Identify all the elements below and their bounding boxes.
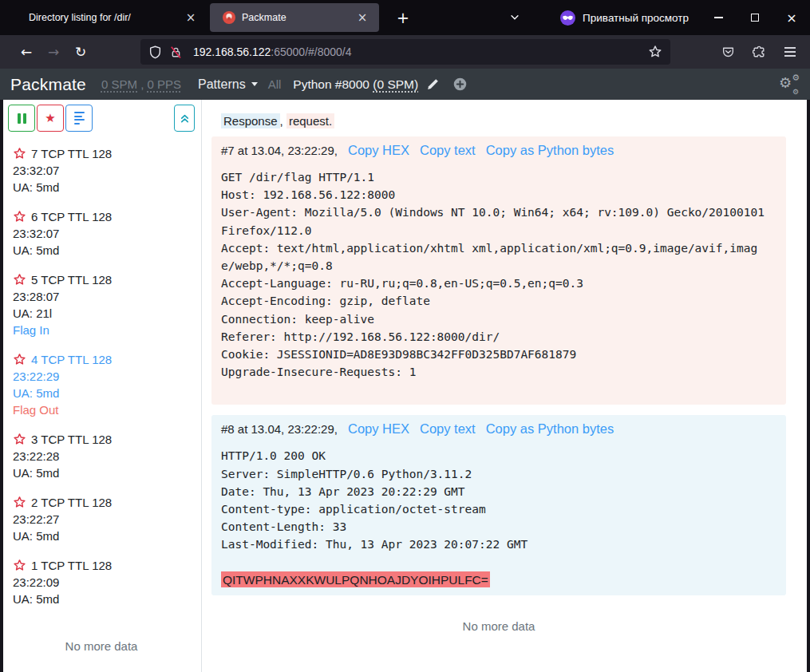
- legend-response: Response: [221, 113, 280, 128]
- tab-title: Packmate: [242, 12, 354, 23]
- http-line: Accept-Encoding: gzip, deflate: [221, 292, 767, 310]
- page-content: ★ 7 TCP TTL 128 23:32:07 UA: 5md 6 TCP T…: [0, 100, 810, 672]
- packet-item-5[interactable]: 5 TCP TTL 128 23:28:07 UA: 21l Flag In: [13, 271, 195, 338]
- copy-text-link[interactable]: Copy text: [420, 421, 476, 437]
- chevron-down-icon: [509, 12, 520, 23]
- match-row: QITWPHNAXXKWULPQNHOAJDYOIHPULFC=: [221, 571, 767, 589]
- packet-item-6[interactable]: 6 TCP TTL 128 23:32:07 UA: 5md: [13, 208, 195, 259]
- packet-item-7[interactable]: 7 TCP TTL 128 23:32:07 UA: 5md: [13, 145, 195, 196]
- packmate-header: Packmate 0 SPM , 0 PPS Patterns All Pyth…: [0, 69, 810, 100]
- request-packet-block: #7 at 13.04, 23:22:29, Copy HEX Copy tex…: [211, 136, 786, 405]
- tab-packmate[interactable]: Packmate ×: [210, 3, 379, 32]
- legend: Response, request.: [221, 114, 786, 128]
- patterns-dropdown[interactable]: Patterns: [198, 77, 258, 92]
- url-bar[interactable]: 192.168.56.122:65000/#/8000/4: [140, 39, 670, 65]
- packet-ua: UA: 5md: [13, 528, 195, 544]
- caret-down-icon: [251, 82, 258, 86]
- star-outline-icon[interactable]: [13, 353, 26, 366]
- service-tab[interactable]: Python #8000 (0 SPM): [293, 77, 418, 92]
- shield-icon[interactable]: [148, 45, 162, 59]
- extensions-button[interactable]: [745, 40, 772, 64]
- packet-title: 1 TCP TTL 128: [31, 557, 112, 574]
- copy-text-link[interactable]: Copy text: [420, 143, 476, 158]
- reload-button[interactable]: ↻: [67, 40, 94, 64]
- http-line: Content-Length: 33: [221, 518, 767, 536]
- traffic-stats: 0 SPM , 0 PPS: [101, 77, 181, 91]
- flag-out-link[interactable]: Flag Out: [13, 401, 195, 418]
- maximize-icon: [751, 14, 759, 22]
- star-outline-icon[interactable]: [13, 496, 26, 509]
- gear-icon-tiny: ⚙: [792, 89, 799, 96]
- url-path: :65000/#/8000/4: [271, 45, 351, 58]
- window-minimize-button[interactable]: [700, 0, 737, 35]
- tab-title: Directory listing for /dir/: [29, 12, 182, 23]
- packet-id: #7 at 13.04, 23:22:29,: [221, 144, 338, 157]
- sidebar-no-more-data: No more data: [8, 639, 195, 653]
- http-request-body: GET /dir/flag HTTP/1.1 Host: 192.168.56.…: [221, 168, 767, 381]
- packet-item-3[interactable]: 3 TCP TTL 128 23:22:28 UA: 5md: [13, 431, 195, 481]
- plus-circle-icon: [453, 77, 467, 91]
- scroll-top-button[interactable]: [174, 105, 195, 132]
- packet-item-4-selected[interactable]: 4 TCP TTL 128 23:22:29 UA: 5md Flag Out: [13, 351, 195, 418]
- window-close-button[interactable]: ×: [773, 0, 810, 35]
- star-outline-icon[interactable]: [13, 273, 26, 287]
- star-outline-icon[interactable]: [13, 210, 26, 223]
- packet-item-1[interactable]: 1 TCP TTL 128 23:22:09 UA: 5md: [13, 557, 195, 607]
- packet-title: 6 TCP TTL 128: [31, 208, 112, 225]
- filter-all[interactable]: All: [268, 77, 282, 91]
- packet-list: 7 TCP TTL 128 23:32:07 UA: 5md 6 TCP TTL…: [8, 145, 195, 620]
- pocket-icon: [721, 45, 735, 59]
- http-line: Referer: http://192.168.56.122:8000/dir/: [221, 328, 767, 346]
- edit-service-button[interactable]: [426, 77, 440, 91]
- packet-ua: UA: 5md: [13, 464, 195, 481]
- star-outline-icon[interactable]: [13, 559, 26, 572]
- http-line: Cookie: JSESSIONID=AD8E93D98BC342FF0D325…: [221, 346, 767, 363]
- pps-stat: 0 PPS: [148, 77, 182, 91]
- packet-ua: UA: 5md: [13, 242, 195, 259]
- url-text: 192.168.56.122:65000/#/8000/4: [193, 45, 648, 58]
- copy-python-link[interactable]: Copy as Python bytes: [486, 421, 614, 437]
- http-line: HTTP/1.0 200 OK: [221, 447, 767, 464]
- service-spm: (0 SPM): [373, 77, 418, 91]
- flag-in-link[interactable]: Flag In: [13, 322, 195, 338]
- packet-ua: UA: 21l: [13, 305, 195, 322]
- pencil-icon: [426, 77, 440, 91]
- insecure-lock-icon[interactable]: [169, 45, 183, 59]
- close-tab-icon[interactable]: ×: [354, 9, 371, 26]
- packet-time: 23:22:27: [13, 511, 195, 528]
- close-tab-icon[interactable]: ×: [182, 9, 200, 26]
- copy-hex-link[interactable]: Copy HEX: [348, 143, 409, 158]
- bookmark-star-icon[interactable]: [648, 45, 662, 59]
- star-outline-icon[interactable]: [13, 433, 26, 446]
- app-brand[interactable]: Packmate: [10, 75, 86, 94]
- add-service-button[interactable]: [453, 77, 467, 91]
- settings-button[interactable]: ⚙ ⚙ ⚙: [779, 75, 800, 94]
- packet-item-2[interactable]: 2 TCP TTL 128 23:22:27 UA: 5md: [13, 494, 195, 544]
- copy-hex-link[interactable]: Copy HEX: [348, 421, 409, 437]
- packet-ua: UA: 5md: [13, 385, 195, 401]
- text-view-button[interactable]: [65, 105, 93, 132]
- tab-directory-listing[interactable]: Directory listing for /dir/ ×: [16, 3, 207, 32]
- private-label: Приватный просмотр: [583, 12, 689, 24]
- back-button[interactable]: ←: [13, 40, 40, 64]
- pause-capture-button[interactable]: [8, 105, 35, 132]
- http-line: Host: 192.168.56.122:8000: [221, 186, 767, 204]
- list-all-tabs-button[interactable]: [501, 6, 528, 30]
- menu-button[interactable]: [776, 40, 804, 64]
- favorites-filter-button[interactable]: ★: [37, 105, 64, 132]
- copy-python-link[interactable]: Copy as Python bytes: [486, 143, 614, 158]
- new-tab-button[interactable]: +: [391, 6, 415, 30]
- star-outline-icon[interactable]: [13, 147, 26, 160]
- window-maximize-button[interactable]: [737, 0, 773, 35]
- http-line: Server: SimpleHTTP/0.6 Python/3.11.2: [221, 465, 767, 483]
- pattern-match-highlight: QITWPHNAXXKWULPQNHOAJDYOIHPULFC=: [221, 571, 490, 587]
- packet-title: 7 TCP TTL 128: [31, 145, 112, 162]
- http-line: Upgrade-Insecure-Requests: 1: [221, 363, 767, 381]
- http-line: Content-type: application/octet-stream: [221, 500, 767, 518]
- pocket-button[interactable]: [714, 40, 741, 64]
- spm-stat: 0 SPM: [101, 77, 137, 91]
- http-line: Accept: text/html,application/xhtml xml,…: [221, 239, 767, 275]
- forward-button[interactable]: →: [40, 40, 67, 64]
- blank-line: [221, 554, 767, 571]
- star-filled-icon: ★: [45, 111, 55, 125]
